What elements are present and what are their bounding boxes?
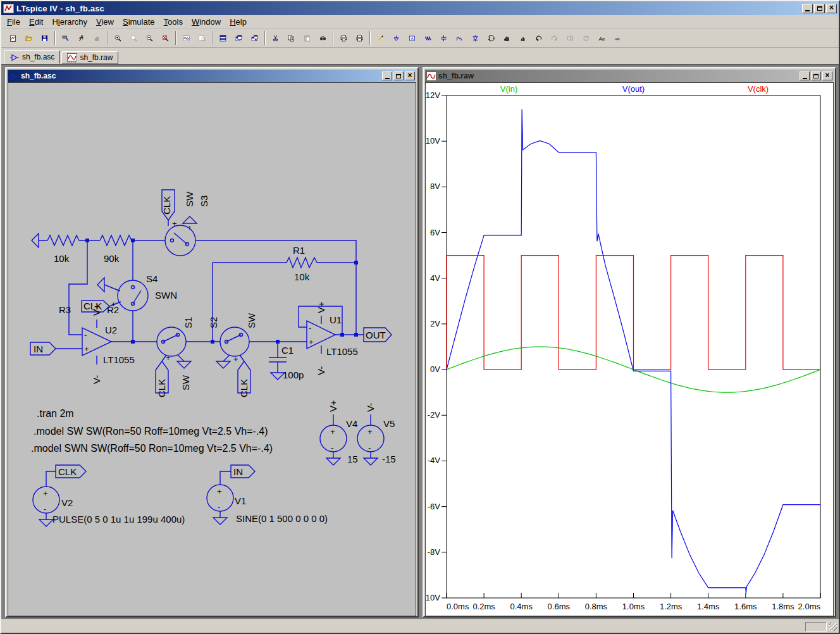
resistor-icon (424, 33, 431, 44)
flag-clk-text: CLK (58, 466, 77, 477)
find-button[interactable] (315, 30, 331, 46)
source-minus-mark: - (331, 443, 333, 452)
waveform-window-title: sh_fb.raw (438, 71, 798, 80)
label-s4-model: SWN (155, 290, 177, 301)
menu-view[interactable]: View (92, 16, 118, 28)
tab-sh_fb.raw[interactable]: sh_fb.raw (61, 51, 118, 64)
capacitor-button[interactable] (436, 30, 452, 46)
label-c1-value: 100p (283, 370, 304, 380)
menu-simulate[interactable]: Simulate (118, 16, 159, 28)
x-tick-label: 0.0ms (447, 602, 469, 611)
waveform-pane[interactable]: V(in)V(out)V(clk)12V10V8V6V4V2V0V-2V-4V-… (425, 82, 834, 616)
menu-file[interactable]: File (3, 16, 25, 28)
label-r2-value: 90k (104, 253, 120, 264)
resize-grip[interactable] (829, 623, 837, 631)
undo-button[interactable] (531, 30, 547, 46)
maximize-button[interactable] (814, 4, 825, 13)
close-button[interactable]: × (826, 4, 837, 13)
zoom-in-button[interactable] (110, 30, 126, 46)
schematic-maximize-button[interactable] (393, 71, 404, 80)
control-panel-button[interactable] (58, 30, 73, 46)
save-button[interactable] (37, 30, 52, 46)
legend-V(clk)[interactable]: V(clk) (748, 84, 769, 94)
text-button[interactable]: Aa (594, 30, 610, 46)
autorange-waveform-button[interactable] (178, 30, 194, 46)
net-label-button[interactable]: A (404, 30, 420, 46)
control-panel-icon (62, 33, 69, 44)
window-tile-button[interactable] (215, 30, 231, 46)
waveform-minimize-button[interactable] (800, 71, 810, 80)
label-u1-vplus: V+ (316, 301, 326, 313)
window-arrange-button[interactable] (247, 30, 262, 46)
new-schematic-button[interactable] (5, 30, 21, 46)
resistor-button[interactable] (420, 30, 436, 46)
copy-button[interactable] (283, 30, 299, 46)
undo-icon (535, 33, 542, 44)
move-button[interactable] (499, 30, 515, 46)
print-button[interactable] (352, 30, 368, 46)
switch-S3[interactable] (165, 220, 195, 256)
label-u2-part: LT1055 (103, 354, 135, 365)
cut-button[interactable] (268, 30, 283, 46)
copy-icon (288, 33, 295, 44)
y-tick-label: 6V (430, 228, 440, 237)
diode-button[interactable] (467, 30, 483, 46)
menu-hierarchy[interactable]: Hierarchy (47, 16, 92, 28)
minimize-button[interactable] (802, 4, 813, 13)
label-s2: S2 (208, 317, 219, 328)
save-icon (41, 33, 48, 44)
schematic-close-button[interactable]: × (405, 71, 415, 80)
label-u1-vminus: V- (316, 366, 326, 375)
opamp-minus-mark: - (84, 330, 87, 340)
component-button[interactable] (483, 30, 499, 46)
app-titlebar[interactable]: LTspice IV - sh_fb.asc × (1, 1, 839, 15)
spice-directive-button[interactable]: .op (610, 30, 626, 46)
label-v5: V5 (383, 418, 395, 429)
wire-button[interactable] (373, 30, 388, 46)
ground-icon (97, 278, 104, 292)
toolbar-separator (212, 31, 213, 45)
x-tick-label: 1.0ms (622, 602, 645, 611)
ltspice-logo-icon (3, 4, 14, 13)
redo-icon (551, 33, 558, 44)
waveform-icon (67, 53, 77, 63)
schematic-window-titlebar[interactable]: sh_fb.asc × (8, 70, 416, 82)
ground-icon (32, 233, 39, 247)
ground-icon (39, 519, 53, 526)
waveform-maximize-button[interactable] (811, 71, 821, 80)
legend-V(in)[interactable]: V(in) (500, 84, 517, 94)
cut-icon (272, 33, 279, 44)
x-tick-label: 1.8ms (772, 602, 794, 611)
resistor-R2 (100, 235, 132, 246)
flag-in-text: IN (233, 466, 243, 477)
open-button[interactable] (21, 30, 37, 46)
label-v4: V4 (346, 418, 357, 429)
menu-help[interactable]: Help (225, 16, 251, 28)
zoom-full-extents-icon (162, 33, 169, 44)
waveform-window-titlebar[interactable]: sh_fb.raw × (425, 70, 834, 82)
label-s3-model: SW (184, 191, 195, 207)
run-button[interactable] (73, 30, 89, 46)
window-cascade-button[interactable] (231, 30, 247, 46)
waveform-close-button[interactable]: × (822, 71, 832, 80)
menu-tools[interactable]: Tools (159, 16, 187, 28)
label-r1: R1 (293, 245, 305, 256)
toolbar-separator (369, 31, 371, 45)
label-c1: C1 (281, 345, 293, 356)
menu-window[interactable]: Window (187, 16, 225, 28)
label-r3: R3 (59, 304, 71, 315)
tab-sh_fb.asc[interactable]: sh_fb.asc (4, 50, 60, 64)
drag-button[interactable] (515, 30, 531, 46)
switch-S1[interactable] (157, 327, 186, 361)
ground-button[interactable] (388, 30, 404, 46)
zoom-back-icon (130, 33, 137, 44)
zoom-full-extents-button[interactable] (158, 30, 173, 46)
schematic-canvas[interactable]: R3 10k R2 90k R1 10k C1 100p S4 SWN SW S… (8, 82, 416, 616)
source-minus-mark: - (368, 443, 371, 452)
legend-V(out)[interactable]: V(out) (622, 84, 645, 94)
zoom-out-button[interactable] (142, 30, 158, 46)
print-preview-button[interactable] (336, 30, 352, 46)
menu-edit[interactable]: Edit (25, 16, 47, 28)
schematic-minimize-button[interactable] (382, 71, 392, 80)
inductor-button[interactable] (452, 30, 467, 46)
